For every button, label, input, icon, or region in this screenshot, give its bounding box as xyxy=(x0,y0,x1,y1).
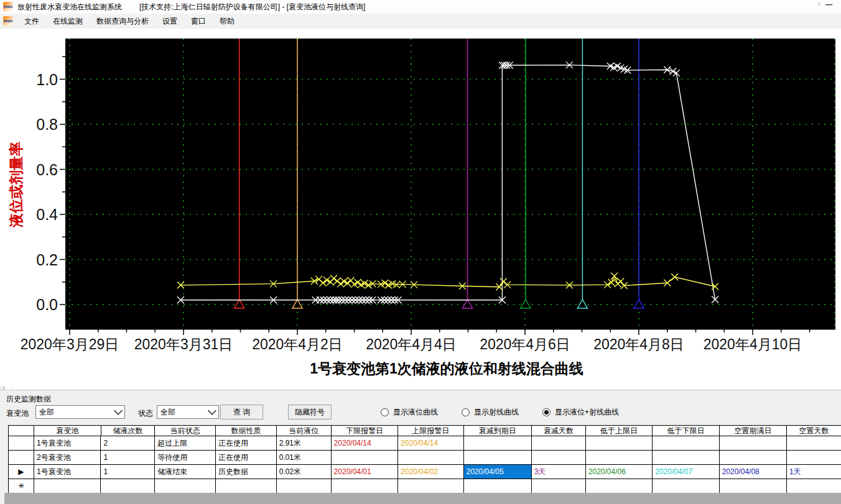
status-filter-select[interactable]: 全部 xyxy=(157,405,219,419)
table-cell[interactable]: 正在使用 xyxy=(216,451,277,465)
menu-item-file[interactable]: 文件 xyxy=(17,14,46,29)
table-cell[interactable] xyxy=(532,436,586,451)
mixed-curve-chart: 0.00.20.40.60.81.02020年3月29日2020年3月31日20… xyxy=(0,29,841,386)
table-cell[interactable] xyxy=(532,479,586,493)
table-cell[interactable]: 1 xyxy=(101,451,155,465)
table-cell[interactable]: 2020/04/14 xyxy=(398,436,463,451)
query-button[interactable]: 查 询 xyxy=(220,405,263,419)
table-cell[interactable] xyxy=(653,436,719,451)
table-cell[interactable] xyxy=(332,451,398,465)
table-cell[interactable]: 2 xyxy=(101,436,155,451)
table-row: ✳ xyxy=(9,479,841,493)
table-cell[interactable]: 0.02米 xyxy=(277,465,332,479)
table-cell[interactable]: 2020/04/08 xyxy=(720,465,787,479)
radio-show-level-curve[interactable]: 显示液位曲线 xyxy=(381,407,438,418)
column-header[interactable]: 低于下限日 xyxy=(653,426,719,436)
column-header[interactable]: 空置天数 xyxy=(787,426,841,436)
table-cell[interactable]: 2020/04/02 xyxy=(398,465,463,479)
table-cell[interactable] xyxy=(653,451,719,465)
table-cell[interactable] xyxy=(586,451,653,465)
new-row-indicator-icon[interactable]: ✳ xyxy=(9,479,34,493)
table-cell[interactable] xyxy=(332,479,398,493)
table-cell[interactable]: 2020/04/06 xyxy=(586,465,653,479)
pool-filter-select[interactable]: 全部 xyxy=(35,405,125,419)
table-row: 2号衰变池1等待使用正在使用0.01米 xyxy=(9,451,841,465)
table-cell[interactable] xyxy=(787,451,841,465)
column-header[interactable]: 空置期满日 xyxy=(720,426,787,436)
y-axis-title: 液位或剂量率 xyxy=(8,142,24,228)
menu-item-settings[interactable]: 设置 xyxy=(156,14,184,29)
column-header[interactable]: 当前液位 xyxy=(277,426,332,436)
table-cell[interactable] xyxy=(720,436,787,451)
current-row-indicator-icon[interactable]: ▶ xyxy=(9,465,34,479)
table-cell[interactable] xyxy=(720,479,787,493)
table-cell[interactable] xyxy=(398,451,463,465)
minimize-icon[interactable]: — xyxy=(825,1,832,8)
column-header[interactable]: 上限报警日 xyxy=(398,426,463,436)
selected-cell[interactable]: 2020/04/05 xyxy=(464,465,532,479)
row-selector[interactable] xyxy=(9,451,34,465)
pool-filter-label: 衰变池 xyxy=(6,408,29,419)
table-cell[interactable]: 历史数据 xyxy=(216,465,277,479)
table-cell[interactable]: 2.91米 xyxy=(277,436,332,451)
table-cell[interactable] xyxy=(720,451,787,465)
table-cell[interactable]: 2020/04/01 xyxy=(332,465,398,479)
title-bar: RNRi 放射性废水衰变池在线监测系统 [技术支持:上海仁日辐射防护设备有限公司… xyxy=(0,0,841,14)
svg-text:0.4: 0.4 xyxy=(36,206,58,223)
column-header[interactable]: 低于上限日 xyxy=(586,426,653,436)
svg-text:0.6: 0.6 xyxy=(36,161,58,178)
table-cell[interactable] xyxy=(464,436,532,451)
column-header[interactable]: 衰减天数 xyxy=(532,426,586,436)
table-cell[interactable]: 2号衰变池 xyxy=(34,451,101,465)
table-cell[interactable]: 正在使用 xyxy=(216,436,277,451)
table-cell[interactable] xyxy=(34,479,101,493)
table-cell[interactable]: 2020/04/14 xyxy=(332,436,398,451)
table-cell[interactable] xyxy=(586,436,653,451)
table-cell[interactable]: 等待使用 xyxy=(155,451,216,465)
menu-item-online-monitor[interactable]: 在线监测 xyxy=(46,14,90,29)
svg-text:2020年3月29日: 2020年3月29日 xyxy=(21,336,119,352)
radio-show-ray-curve[interactable]: 显示射线曲线 xyxy=(462,407,519,418)
table-cell[interactable]: 1 xyxy=(101,465,155,479)
menu-item-data-query[interactable]: 数据查询与分析 xyxy=(90,14,156,29)
table-cell[interactable] xyxy=(398,479,463,493)
table-cell[interactable]: 超过上限 xyxy=(155,436,216,451)
radio-show-level-plus-ray-curve[interactable]: 显示液位+射线曲线 xyxy=(542,407,619,418)
table-footer-space xyxy=(4,493,841,504)
table-cell[interactable]: 1号衰变池 xyxy=(34,465,101,479)
column-header[interactable]: 当前状态 xyxy=(155,426,216,436)
menu-item-help[interactable]: 帮助 xyxy=(213,14,241,29)
menu-bar: RNRi 文件 在线监测 数据查询与分析 设置 窗口 帮助 xyxy=(0,14,841,29)
table-cell[interactable] xyxy=(532,451,586,465)
svg-text:0.8: 0.8 xyxy=(36,116,58,133)
table-cell[interactable] xyxy=(464,451,532,465)
table-cell[interactable]: 1天 xyxy=(787,465,841,479)
svg-text:1.0: 1.0 xyxy=(36,71,58,88)
table-cell[interactable] xyxy=(216,479,277,493)
table-cell[interactable]: 3天 xyxy=(532,465,586,479)
close-icon[interactable]: ✕ xyxy=(817,1,822,7)
radio-circle-icon xyxy=(381,408,389,416)
column-header[interactable]: 下限报警日 xyxy=(332,426,398,436)
table-cell[interactable] xyxy=(787,436,841,451)
table-cell[interactable] xyxy=(101,479,155,493)
table-cell[interactable]: 2020/04/07 xyxy=(653,465,719,479)
chart-area: 0.00.20.40.60.81.02020年3月29日2020年3月31日20… xyxy=(0,29,841,386)
table-cell[interactable]: 0.01米 xyxy=(277,451,332,465)
column-header[interactable]: 衰减到期日 xyxy=(464,426,532,436)
table-cell[interactable] xyxy=(586,479,653,493)
menu-item-window[interactable]: 窗口 xyxy=(184,14,213,29)
table-cell[interactable] xyxy=(787,479,841,493)
hide-symbols-button[interactable]: 隐藏符号 xyxy=(288,405,332,419)
table-cell[interactable] xyxy=(155,479,216,493)
column-header[interactable]: 储液次数 xyxy=(101,426,156,436)
chevron-down-icon xyxy=(208,406,216,415)
table-cell[interactable]: 1号衰变池 xyxy=(34,436,101,451)
table-cell[interactable] xyxy=(464,479,532,493)
table-cell[interactable]: 储液结束 xyxy=(155,465,216,479)
column-header[interactable]: 衰变池 xyxy=(34,426,101,436)
row-selector[interactable] xyxy=(9,436,34,451)
column-header[interactable]: 数据性质 xyxy=(216,426,277,436)
table-cell[interactable] xyxy=(277,479,332,493)
table-cell[interactable] xyxy=(653,479,719,493)
